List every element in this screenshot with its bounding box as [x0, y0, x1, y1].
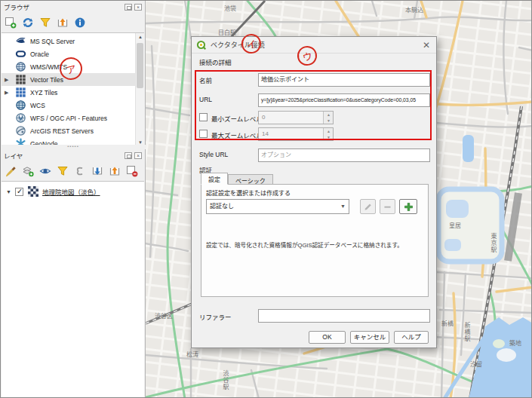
layers-tree: ▼ 地理院地図（淡色）	[2, 181, 144, 398]
browser-panel-title: ブラウザ	[4, 2, 122, 11]
expand-arrow-icon[interactable]: ▼	[6, 189, 15, 194]
spin-up-icon[interactable]: ▲	[324, 128, 334, 134]
max-zoom-value: 14	[262, 130, 269, 137]
layer-name-label: 地理院地図（淡色）	[42, 187, 100, 196]
add-auth-button[interactable]	[399, 199, 417, 214]
browser-panel-close-icon[interactable]: ×	[134, 4, 142, 11]
url-label: URL	[199, 96, 212, 103]
tree-item-label: WFS / OGC API - Features	[30, 115, 107, 122]
tab-configurations[interactable]: 設定	[201, 173, 228, 185]
refresh-button[interactable]	[21, 16, 35, 29]
scroll-up-icon[interactable]: ▲	[136, 33, 144, 41]
tree-item-icon	[15, 35, 26, 47]
tree-item-icon	[15, 125, 26, 136]
tree-item-icon	[15, 87, 26, 98]
cancel-button[interactable]: キャンセル	[350, 331, 389, 344]
remove-auth-button[interactable]	[380, 199, 395, 214]
browser-item-oracle[interactable]: ▶ Oracle	[2, 47, 144, 60]
scrollbar-thumb[interactable]	[137, 43, 143, 88]
auth-note-text: 設定では、暗号化された資格情報がQGIS認証データベースに格納されます。	[206, 242, 423, 250]
referer-input[interactable]	[258, 309, 430, 323]
tree-item-label: WCS	[30, 102, 45, 109]
browser-panel-float-icon[interactable]	[125, 4, 132, 11]
auth-config-value: 認証なし	[210, 203, 234, 210]
browser-item-vector-tiles[interactable]: ▶ Vector Tiles	[2, 73, 144, 86]
name-label: 名前	[199, 75, 212, 84]
collapse-all-button[interactable]	[108, 164, 121, 178]
help-button[interactable]: ヘルプ	[394, 331, 429, 344]
add-selected-layers-button[interactable]	[4, 16, 17, 29]
browser-item-wcs[interactable]: ▶ WCS	[2, 99, 144, 112]
name-input[interactable]: 地価公示ポイント	[258, 73, 430, 87]
browser-toolbar	[1, 13, 145, 32]
min-zoom-checkbox[interactable]	[199, 113, 208, 121]
properties-widget-button[interactable]	[73, 16, 87, 29]
spin-buttons[interactable]: ▲▼	[323, 128, 333, 140]
dialog-close-icon[interactable]: ✕	[423, 41, 430, 50]
min-zoom-spinner[interactable]: 0 ▲▼	[258, 111, 334, 124]
manage-map-themes-button[interactable]	[38, 164, 52, 178]
dialog-titlebar[interactable]: ベクタタイル接続 ✕	[192, 37, 436, 54]
filter-browser-button[interactable]	[38, 16, 52, 29]
spin-up-icon[interactable]: ▲	[324, 112, 334, 118]
max-zoom-checkbox[interactable]	[199, 130, 208, 138]
remove-layer-button[interactable]	[125, 164, 139, 178]
filter-legend-button[interactable]	[56, 164, 69, 178]
spin-down-icon[interactable]: ▼	[324, 134, 334, 140]
auth-config-pane: 認証設定を選択または作成する 認証なし ▼ 設定では、暗号化された資格情報がQG…	[201, 184, 429, 297]
tree-item-label: ArcGIS REST Servers	[30, 127, 94, 135]
expand-arrow-icon[interactable]: ▶	[5, 90, 11, 96]
tree-item-label: WMS/WMTS	[30, 63, 67, 71]
url-input[interactable]: y=[y]&year=2025&priceClassification=0&us…	[258, 93, 430, 107]
tree-item-icon	[15, 100, 26, 111]
collapse-all-button[interactable]	[56, 16, 69, 29]
open-layer-styling-button[interactable]	[4, 164, 17, 178]
browser-panel: ブラウザ × ▶ MS SQL Server ▶ Oracle ▶ WMS/WM…	[1, 1, 146, 148]
auth-tabbar: 設定 ベーシック	[201, 173, 273, 185]
auth-config-select[interactable]: 認証なし ▼	[206, 199, 349, 214]
browser-scrollbar[interactable]: ▲ ▼	[135, 33, 144, 147]
expand-all-button[interactable]	[91, 164, 104, 178]
tree-item-label: Vector Tiles	[30, 76, 63, 84]
dialog-title: ベクタタイル接続	[211, 40, 423, 50]
tab-basic[interactable]: ベーシック	[228, 174, 273, 185]
browser-item-wms[interactable]: ▶ WMS/WMTS	[2, 60, 144, 73]
tree-item-label: Oracle	[30, 51, 49, 58]
referer-label: リファラー	[199, 312, 232, 321]
dialog-button-box: OK キャンセル ヘルプ	[309, 331, 429, 344]
layers-panel-float-icon[interactable]	[125, 152, 132, 159]
plus-icon	[404, 202, 414, 212]
ok-button[interactable]: OK	[309, 331, 346, 344]
minus-icon	[383, 202, 392, 212]
browser-item-xyz-tiles[interactable]: ▶ XYZ Tiles	[2, 86, 144, 99]
min-zoom-label: 最小ズームレベル	[211, 114, 263, 123]
style-url-input[interactable]: オプション	[258, 148, 430, 162]
spin-buttons[interactable]: ▲▼	[323, 112, 333, 124]
filter-by-expression-button[interactable]	[73, 164, 87, 178]
layers-panel-title: レイヤ	[4, 151, 122, 160]
style-url-label: Style URL	[199, 151, 228, 158]
pencil-icon	[363, 202, 373, 212]
qgis-window: 池袋 目白駅 本駒込 渋谷区 松涛 渋谷駅 皇居 東京駅 新橋 新橋駅 汐留 築…	[0, 0, 532, 398]
browser-item-arcgis[interactable]: ▶ ArcGIS REST Servers	[2, 124, 144, 137]
add-group-button[interactable]	[21, 164, 35, 178]
layer-visibility-checkbox[interactable]	[15, 188, 23, 196]
expand-arrow-icon[interactable]: ▶	[5, 77, 11, 83]
browser-tree: ▶ MS SQL Server ▶ Oracle ▶ WMS/WMTS ▶ Ve…	[2, 32, 144, 147]
edit-auth-button[interactable]	[360, 199, 376, 214]
connection-details-section-label: 接続の詳細	[199, 57, 232, 66]
browser-item-mssql[interactable]: ▶ MS SQL Server	[2, 35, 144, 47]
max-zoom-spinner[interactable]: 14 ▲▼	[258, 127, 334, 141]
layers-panel-close-icon[interactable]: ×	[134, 152, 142, 159]
tree-item-label: XYZ Tiles	[30, 89, 57, 96]
layer-item-gsi-pale[interactable]: ▼ 地理院地図（淡色）	[2, 185, 144, 198]
tree-item-icon	[15, 74, 26, 85]
spin-down-icon[interactable]: ▼	[324, 118, 334, 124]
browser-item-wfs[interactable]: ▶ WFS / OGC API - Features	[2, 112, 144, 124]
auth-select-label: 認証設定を選択または作成する	[206, 188, 291, 197]
chevron-down-icon: ▼	[340, 200, 346, 213]
qgis-logo-icon	[196, 40, 207, 51]
tree-item-label: MS SQL Server	[30, 38, 75, 45]
layer-icon	[28, 186, 38, 197]
browser-panel-titlebar: ブラウザ ×	[1, 1, 145, 13]
